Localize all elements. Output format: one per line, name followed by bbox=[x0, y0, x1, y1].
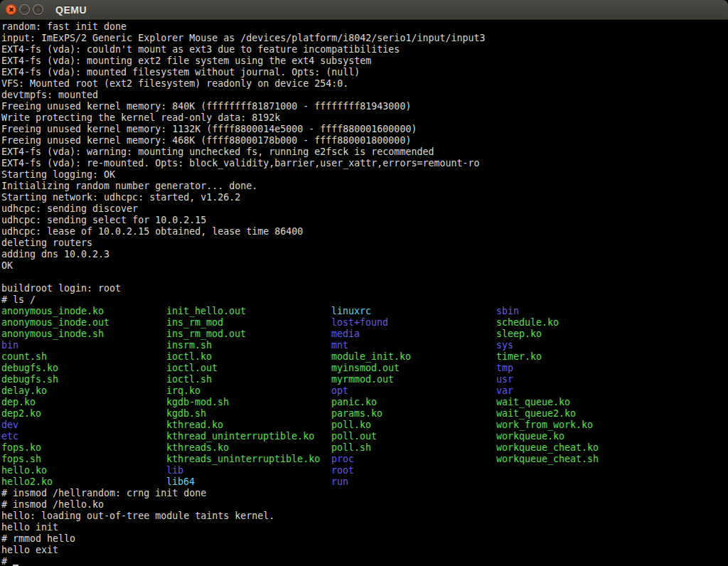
file-name: ins_rm_mod.out bbox=[166, 329, 331, 340]
console-line: anonymous_inode.outins_rm_modlost+founds… bbox=[1, 317, 728, 329]
console-line: fops.kokthreads.kopoll.shworkqueue_cheat… bbox=[1, 442, 728, 454]
file-name: lib64 bbox=[166, 476, 331, 488]
file-name: workqueue.ko bbox=[496, 431, 661, 442]
file-name: myinsmod.out bbox=[331, 363, 496, 374]
console-text: # insmod /hellrandom: crng init done bbox=[1, 488, 206, 498]
maximize-button[interactable] bbox=[33, 4, 43, 15]
console-line: hello.kolibroot bbox=[1, 465, 728, 476]
file-name: params.ko bbox=[331, 408, 496, 420]
file-name: kgdb-mod.sh bbox=[166, 397, 331, 408]
console-line: # rmmod hello bbox=[1, 533, 728, 545]
file-name: poll.out bbox=[331, 431, 496, 442]
minimize-button[interactable] bbox=[19, 4, 30, 15]
close-button[interactable] bbox=[6, 4, 16, 15]
console-text: # insmod /hello.ko bbox=[1, 499, 104, 510]
file-name: insrm.sh bbox=[166, 340, 331, 351]
file-name: ioctl.ko bbox=[166, 351, 331, 363]
console-line: Freeing unused kernel memory: 840K (ffff… bbox=[1, 101, 728, 112]
file-name: wait_queue2.ko bbox=[496, 408, 661, 420]
console-text: # ls / bbox=[1, 294, 36, 305]
console-text: deleting routers bbox=[1, 237, 92, 248]
console-line: EXT4-fs (vda): couldn't mount as ext3 du… bbox=[1, 44, 728, 55]
console-text: adding dns 10.0.2.3 bbox=[1, 249, 109, 260]
console-line: OK bbox=[1, 260, 728, 272]
console-line: # insmod /hellrandom: crng init done bbox=[1, 488, 728, 499]
file-name: anonymous_inode.out bbox=[1, 317, 166, 329]
console-text: udhcpc: sending select for 10.0.2.15 bbox=[1, 215, 206, 225]
console-line: hello exit bbox=[1, 545, 728, 556]
file-name: init_hello.out bbox=[166, 306, 331, 317]
console-line: buildroot login: root bbox=[1, 283, 728, 294]
console-line: Freeing unused kernel memory: 468K (ffff… bbox=[1, 135, 728, 146]
console-line: etckthread_uninterruptible.kopoll.outwor… bbox=[1, 431, 728, 442]
console-output[interactable]: random: fast init doneinput: ImExPS/2 Ge… bbox=[0, 20, 728, 566]
file-name: kgdb.sh bbox=[166, 408, 331, 420]
console-line: debugfs.shioctl.shmyrmmod.outusr bbox=[1, 374, 728, 385]
file-name: anonymous_inode.ko bbox=[1, 306, 166, 317]
file-name: poll.ko bbox=[331, 420, 496, 431]
console-text: EXT4-fs (vda): mounting ext2 file system… bbox=[1, 55, 371, 66]
console-line: count.shioctl.komodule_init.kotimer.ko bbox=[1, 351, 728, 363]
console-line: anonymous_inode.koinit_hello.outlinuxrcs… bbox=[1, 306, 728, 317]
file-name: fops.sh bbox=[1, 454, 166, 465]
console-line: dep2.kokgdb.shparams.kowait_queue2.ko bbox=[1, 408, 728, 420]
file-name: panic.ko bbox=[331, 397, 496, 408]
close-icon bbox=[9, 7, 14, 12]
window-titlebar[interactable]: QEMU bbox=[0, 0, 728, 20]
console-text: random: fast init done bbox=[1, 21, 127, 32]
file-name: media bbox=[331, 329, 496, 340]
console-line: adding dns 10.0.2.3 bbox=[1, 249, 728, 260]
file-name: var bbox=[496, 385, 661, 397]
file-name: poll.sh bbox=[331, 442, 496, 454]
console-line: VFS: Mounted root (ext2 filesystem) read… bbox=[1, 78, 728, 90]
console-line: devkthread.kopoll.kowork_from_work.ko bbox=[1, 420, 728, 431]
console-text: EXT4-fs (vda): re-mounted. Opts: block_v… bbox=[1, 158, 479, 169]
console-line: anonymous_inode.shins_rm_mod.outmediasle… bbox=[1, 329, 728, 340]
console-line: deleting routers bbox=[1, 237, 728, 249]
file-name: root bbox=[331, 465, 496, 476]
console-line: # ls / bbox=[1, 294, 728, 306]
console-line: udhcpc: sending select for 10.0.2.15 bbox=[1, 215, 728, 226]
file-name: lost+found bbox=[331, 317, 496, 329]
file-name: dep2.ko bbox=[1, 408, 166, 420]
console-text: udhcpc: sending discover bbox=[1, 203, 138, 214]
console-line: random: fast init done bbox=[1, 21, 728, 33]
file-name: etc bbox=[1, 431, 166, 442]
console-text: EXT4-fs (vda): warning: mounting uncheck… bbox=[1, 146, 434, 157]
console-text: input: ImExPS/2 Generic Explorer Mouse a… bbox=[1, 33, 485, 43]
file-name: module_init.ko bbox=[331, 351, 496, 363]
file-name: hello.ko bbox=[1, 465, 166, 476]
console-line: hello: loading out-of-tree module taints… bbox=[1, 511, 728, 522]
console-line: EXT4-fs (vda): mounted filesystem withou… bbox=[1, 67, 728, 78]
file-name: lib bbox=[166, 465, 331, 476]
console-line: hello2.kolib64run bbox=[1, 476, 728, 488]
console-line: devtmpfs: mounted bbox=[1, 90, 728, 101]
minimize-icon bbox=[22, 9, 27, 11]
console-text: Write protecting the kernel read-only da… bbox=[1, 112, 280, 123]
console-line: EXT4-fs (vda): mounting ext2 file system… bbox=[1, 55, 728, 67]
console-text: Starting network: udhcpc: started, v1.26… bbox=[1, 192, 240, 203]
console-line: # insmod /hello.ko bbox=[1, 499, 728, 511]
console-text: EXT4-fs (vda): mounted filesystem withou… bbox=[1, 67, 360, 78]
console-line: bininsrm.shmntsys bbox=[1, 340, 728, 351]
file-name: opt bbox=[331, 385, 496, 397]
console-line: Write protecting the kernel read-only da… bbox=[1, 112, 728, 124]
file-name: dev bbox=[1, 420, 166, 431]
console-line: delay.koirq.kooptvar bbox=[1, 385, 728, 397]
console-line: hello init bbox=[1, 522, 728, 533]
file-name: workqueue_cheat.sh bbox=[496, 454, 661, 465]
console-line: udhcpc: sending discover bbox=[1, 203, 728, 215]
file-name: schedule.ko bbox=[496, 317, 661, 329]
console-line: input: ImExPS/2 Generic Explorer Mouse a… bbox=[1, 33, 728, 44]
file-name: ins_rm_mod bbox=[166, 317, 331, 329]
console-text: VFS: Mounted root (ext2 filesystem) read… bbox=[1, 78, 348, 89]
console-text: # rmmod hello bbox=[1, 533, 75, 544]
file-name: kthread_uninterruptible.ko bbox=[166, 431, 331, 442]
console-line: Freeing unused kernel memory: 1132K (fff… bbox=[1, 124, 728, 135]
maximize-icon bbox=[36, 7, 41, 13]
console-line: debugfs.koioctl.outmyinsmod.outtmp bbox=[1, 363, 728, 374]
file-name: tmp bbox=[496, 363, 661, 374]
file-name: hello2.ko bbox=[1, 476, 166, 488]
file-name: mnt bbox=[331, 340, 496, 351]
console-text: hello exit bbox=[1, 545, 58, 555]
